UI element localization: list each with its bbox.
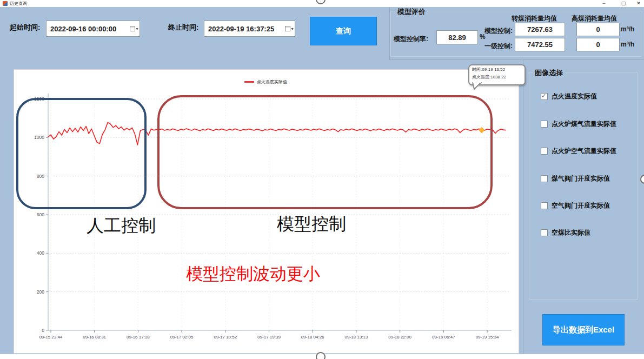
checkbox-gas-flow[interactable]: 点火炉煤气流量实际值: [541, 119, 616, 129]
divider-vertical-top: [389, 7, 390, 59]
svg-text:09-16 08:31: 09-16 08:31: [83, 335, 106, 340]
manual-control-annotation: 人工控制: [87, 214, 156, 238]
export-excel-button[interactable]: 导出数据到Excel: [542, 314, 625, 345]
row-level1-control-v2[interactable]: [576, 38, 620, 51]
image-select-title: 图像选择: [533, 68, 565, 78]
divider-horizontal: [389, 59, 644, 60]
calendar-dropdown-icon[interactable]: ▾: [129, 24, 140, 33]
row-model-control-v2[interactable]: [576, 23, 620, 36]
chart-legend: 点火温度实际值: [244, 79, 287, 85]
checkbox-icon[interactable]: [541, 93, 548, 100]
close-button[interactable]: ✕: [635, 0, 642, 6]
checkbox-icon[interactable]: [541, 175, 548, 182]
svg-text:09-17 10:52: 09-17 10:52: [214, 335, 237, 340]
legend-line-icon: [244, 81, 254, 83]
temperature-chart[interactable]: 02004006008001000120009-15 23:4409-16 08…: [14, 70, 519, 353]
checkbox-icon[interactable]: [541, 121, 548, 128]
image-select-groupbox: [529, 72, 638, 300]
checkbox-label: 点火炉煤气流量实际值: [552, 119, 616, 129]
row-model-control-v1[interactable]: [515, 23, 565, 36]
app-icon: [3, 1, 8, 6]
legend-series-label: 点火温度实际值: [257, 79, 287, 85]
svg-text:09-16 17:18: 09-16 17:18: [127, 335, 150, 340]
checkbox-label: 点火炉空气流量实际值: [552, 147, 616, 156]
checkbox-air-coal-ratio[interactable]: 空煤比实际值: [541, 228, 590, 237]
svg-text:09-17 19:39: 09-17 19:39: [257, 335, 281, 340]
model-control-rate-value[interactable]: [436, 30, 478, 44]
end-time-label: 终止时间:: [168, 23, 198, 32]
checkbox-icon[interactable]: [541, 148, 548, 155]
svg-text:1200: 1200: [34, 96, 44, 102]
start-time-label: 起始时间:: [10, 23, 40, 32]
svg-text:800: 800: [37, 174, 44, 179]
tooltip-value: 点火温度:1038.22: [472, 74, 525, 81]
query-button[interactable]: 查询: [310, 17, 377, 45]
calendar-dropdown-icon[interactable]: ▾: [284, 24, 295, 33]
svg-text:600: 600: [37, 212, 44, 217]
checkbox-ignition-temp[interactable]: 点火温度实际值: [541, 92, 597, 101]
model-control-rate-label: 模型控制率:: [394, 35, 428, 44]
start-time-input[interactable]: [47, 25, 129, 33]
svg-text:09-15 23:44: 09-15 23:44: [39, 335, 63, 340]
row-level1-control-unit: m³/h: [621, 41, 634, 48]
svg-text:09-17 02:05: 09-17 02:05: [170, 335, 194, 340]
row-level1-control-v1[interactable]: [515, 38, 565, 51]
svg-text:09-18 13:13: 09-18 13:13: [345, 335, 368, 340]
minimize-button[interactable]: –: [600, 0, 608, 6]
end-time-input[interactable]: [204, 25, 284, 33]
model-control-annotation: 模型控制: [277, 212, 346, 236]
col-header-coal2: 高煤消耗量均值: [572, 14, 617, 23]
tooltip-time: 时间:09-19 13:52: [472, 66, 525, 74]
checkbox-label: 空煤比实际值: [552, 228, 590, 237]
svg-text:09-18 04:26: 09-18 04:26: [301, 335, 324, 340]
row-model-control-label: 模型控制:: [484, 26, 513, 36]
window-title: 历史查询: [10, 1, 27, 6]
checkbox-label: 点火温度实际值: [552, 92, 597, 101]
row-level1-control-label: 一级控制:: [484, 42, 513, 51]
svg-text:1000: 1000: [34, 135, 44, 140]
checkbox-icon[interactable]: [541, 202, 548, 209]
col-header-coal1: 转煤消耗量均值: [512, 14, 557, 23]
end-time-picker[interactable]: ▾: [204, 21, 295, 37]
checkbox-air-valve[interactable]: 空气阀门开度实际值: [541, 201, 610, 210]
svg-text:400: 400: [37, 250, 44, 256]
checkbox-gas-valve[interactable]: 煤气阀门开度实际值: [541, 174, 610, 183]
svg-text:09-19 06:47: 09-19 06:47: [432, 335, 455, 340]
checkbox-air-flow[interactable]: 点火炉空气流量实际值: [541, 147, 616, 156]
svg-text:200: 200: [37, 289, 44, 295]
model-eval-title: 模型评价: [395, 7, 428, 17]
tooltip-tail: [471, 82, 483, 90]
model-fluctuation-note: 模型控制波动更小: [186, 263, 320, 285]
svg-text:09-18 22:00: 09-18 22:00: [388, 335, 411, 340]
svg-text:09-19 15:34: 09-19 15:34: [476, 335, 499, 340]
checkbox-label: 空气阀门开度实际值: [552, 201, 610, 210]
svg-text:0: 0: [42, 328, 44, 333]
checkbox-icon[interactable]: [541, 229, 548, 236]
row-model-control-unit: m³/h: [621, 25, 634, 33]
divider-vertical-sidebar: [523, 59, 523, 354]
start-time-picker[interactable]: ▾: [46, 21, 140, 37]
overlay-circle-bottom: [316, 352, 326, 359]
maximize-button[interactable]: ▢: [620, 0, 627, 6]
chart-panel: 02004006008001000120009-15 23:4409-16 08…: [14, 69, 519, 354]
checkbox-label: 煤气阀门开度实际值: [552, 174, 610, 183]
